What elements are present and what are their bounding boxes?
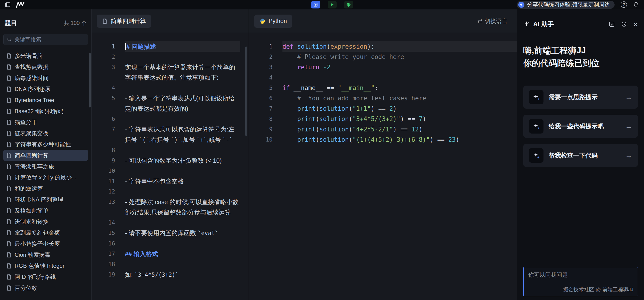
sidebar-item[interactable]: Bytedance Tree <box>3 94 88 106</box>
sidebar-scrollbar[interactable] <box>89 53 90 107</box>
code-line: 1def solution(expression): <box>249 41 517 52</box>
sidebar-item[interactable]: 猫鱼分干 <box>3 117 88 128</box>
sidebar-item[interactable]: Cion 勒索病毒 <box>3 249 88 260</box>
ai-question-input[interactable]: 你可以问我问题 掘金技术社区 @ 前端工程狮JJ <box>523 267 638 296</box>
problem-content[interactable]: 1# 问题描述23实现一个基本的计算器来计算一个简单的字符串表达式的值。注意事项… <box>92 33 248 300</box>
sidebar-item-label: Cion 勒索病毒 <box>14 251 50 259</box>
ai-header-actions: × <box>609 20 638 28</box>
switch-language-label: 切换语言 <box>485 17 508 25</box>
sidebar-item[interactable]: 进制求和转换 <box>3 216 88 227</box>
sidebar-item[interactable]: 多米诺骨牌 <box>3 50 88 61</box>
sidebar-item[interactable]: 和的逆运算 <box>3 183 88 194</box>
notifications-button[interactable] <box>633 2 639 8</box>
submit-button[interactable] <box>311 1 320 8</box>
line-number: 13 <box>92 197 115 218</box>
logo-m-icon <box>16 2 25 8</box>
search-input[interactable]: 关键字搜索... <box>3 34 88 45</box>
sidebar-item[interactable]: 简单四则计算 <box>3 150 88 161</box>
markdown-line: 12 <box>92 186 248 197</box>
sidebar-item-label: 拿到最多红包金额 <box>14 229 60 237</box>
sidebar-item[interactable]: 查找热点数据 <box>3 61 88 72</box>
history-clock-icon <box>621 21 627 27</box>
help-button[interactable]: ? <box>621 1 627 8</box>
history-button[interactable] <box>621 21 627 27</box>
sidebar-item[interactable]: 青海湖租车之旅 <box>3 161 88 172</box>
sidebar-item[interactable]: 链表聚集交换 <box>3 128 88 139</box>
line-content: 如: `3+4*5/(3+2)` <box>125 270 240 280</box>
main-area: 题目 共 100 个 关键字搜索... 多米诺骨牌查找热点数据病毒感染时间DNA… <box>0 9 644 300</box>
sidebar-item-label: Base32 编码和解码 <box>14 107 64 115</box>
sidebar-item[interactable]: 百分位数 <box>3 282 88 294</box>
sparkle-icon <box>532 152 540 159</box>
share-banner[interactable]: 分享代码练习体验,领限量定制周边 <box>517 1 614 9</box>
document-icon <box>102 18 108 24</box>
sparkle-icon <box>532 93 540 101</box>
line-number: 8 <box>249 114 272 124</box>
line-number: 15 <box>92 228 115 238</box>
test-button[interactable] <box>344 1 353 8</box>
markdown-line: 19如: `3+4*5/(3+2)` <box>92 270 248 280</box>
line-number: 8 <box>92 145 115 155</box>
line-content: - 可以包含的数字为:非负整数 (< 10) <box>125 155 240 166</box>
sidebar-item-label: 病毒感染时间 <box>14 74 48 82</box>
sparkle-icon <box>532 122 540 130</box>
sidebar-item[interactable]: DNA 序列还原 <box>3 83 88 94</box>
ai-suggestion-label: 需要一点思路提示 <box>549 93 620 101</box>
code-line: 7 print(solution("1+1") == 2) <box>249 103 517 114</box>
markdown-line: 9- 可以包含的数字为:非负整数 (< 10) <box>92 155 248 166</box>
run-button[interactable] <box>328 1 336 8</box>
line-content: - 请不要使用内置的库函数 `eval` <box>125 228 240 238</box>
ai-suggestion-card[interactable]: 需要一点思路提示→ <box>523 86 638 109</box>
document-icon <box>6 219 12 225</box>
code-line: 5if __name__ == "__main__": <box>249 83 517 93</box>
ai-greeting-line-1: 嗨,前端工程狮JJ <box>523 44 638 57</box>
line-number: 9 <box>92 155 115 166</box>
language-tab[interactable]: Python <box>254 14 292 28</box>
markdown-line: 5- 输入是一个字符串表达式(可以假设所给定的表达式都是有效的) <box>92 93 248 114</box>
sidebar-toggle-button[interactable] <box>5 2 11 8</box>
line-content: print(solution("1+1") == 2) <box>282 103 517 114</box>
sidebar-header: 题目 共 100 个 <box>3 18 88 28</box>
topbar: 分享代码练习体验,领限量定制周边 ? <box>0 0 644 9</box>
sidebar-item[interactable]: 病毒感染时间 <box>3 72 88 83</box>
sidebar-item[interactable]: RGB 色值转 Integer <box>3 260 88 271</box>
document-icon <box>6 197 12 202</box>
app-logo[interactable] <box>16 2 25 8</box>
sidebar-item[interactable]: 阿 D 的飞行路线 <box>3 271 88 282</box>
sidebar-item[interactable]: 计算位置 x 到 y 的最少... <box>3 172 88 183</box>
problem-tab[interactable]: 简单四则计算 <box>97 14 151 28</box>
sidebar-item[interactable]: Base32 编码和解码 <box>3 106 88 117</box>
app-window: 分享代码练习体验,领限量定制周边 ? 题目 共 100 个 <box>0 0 644 300</box>
sidebar-item[interactable]: 拿到最多红包金额 <box>3 227 88 238</box>
markdown-line: 14 <box>92 218 248 228</box>
line-content: # You can add more test cases here <box>282 93 517 103</box>
sidebar-item-label: 和的逆运算 <box>14 185 43 192</box>
code-line: 2 # Please write your code here <box>249 52 517 62</box>
line-number: 11 <box>92 176 115 186</box>
document-icon <box>6 64 12 70</box>
ai-footer-text: 掘金技术社区 @ 前端工程狮JJ <box>563 286 634 293</box>
switch-language-button[interactable]: ⇄ 切换语言 <box>477 17 512 25</box>
line-content: print(solution("4+2*5-2/1") == 12) <box>282 124 517 134</box>
sidebar-item[interactable]: 环状 DNA 序列整理 <box>3 194 88 205</box>
sidebar-item[interactable]: 及格如此简单 <box>3 205 88 216</box>
new-chat-button[interactable] <box>609 21 615 27</box>
panel-toggle-icon <box>5 2 11 8</box>
markdown-line: 17## 输入格式 <box>92 249 248 259</box>
close-button[interactable]: × <box>633 20 638 28</box>
question-icon: ? <box>621 1 627 8</box>
code-line: 9 print(solution("4+2*5-2/1") == 12) <box>249 124 517 134</box>
line-content: - 处理除法 case 的时候,可以直接省略小数部分结果,只保留整数部分参与后续… <box>125 197 240 218</box>
line-content <box>125 218 240 228</box>
code-editor[interactable]: 1def solution(expression):2 # Please wri… <box>249 33 517 300</box>
sidebar-item[interactable]: 字符串有多少种可能性 <box>3 139 88 150</box>
ai-suggestion-card[interactable]: 给我一些代码提示吧→ <box>523 115 638 138</box>
sidebar-item[interactable]: 最小替换子串长度 <box>3 238 88 249</box>
ai-suggestion-card[interactable]: 帮我检查一下代码→ <box>523 144 638 167</box>
bell-icon <box>633 2 639 8</box>
problem-tab-label: 简单四则计算 <box>111 17 146 25</box>
line-content <box>125 166 240 176</box>
document-icon <box>6 97 12 103</box>
problem-scrollbar[interactable] <box>245 46 247 136</box>
document-icon <box>6 208 12 214</box>
